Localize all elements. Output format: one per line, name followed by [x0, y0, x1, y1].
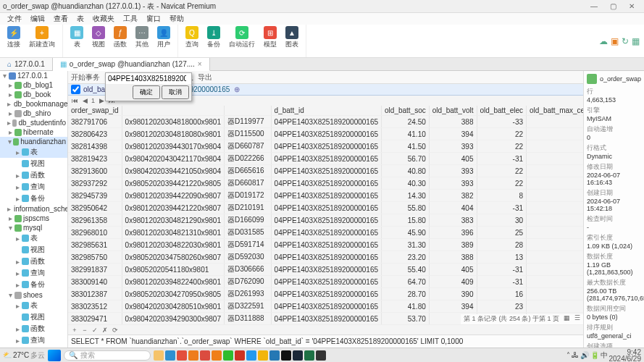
cell[interactable]: 55.40: [382, 264, 430, 276]
cell[interactable]: 器D166099: [224, 214, 271, 227]
table-row[interactable]: 3829680100x98012020304821310x9801器D03158…: [68, 227, 583, 239]
cell[interactable]: 405: [429, 153, 477, 165]
chevron-icon[interactable]: ▸: [7, 128, 13, 136]
app-excel-icon[interactable]: [304, 350, 314, 361]
app-navicat-icon[interactable]: [258, 350, 268, 361]
table-row[interactable]: 3828064230x98012020304818080x9801器D11550…: [68, 128, 583, 140]
tree-item[interactable]: ▸表: [0, 232, 67, 244]
chevron-icon[interactable]: ▸: [7, 119, 11, 127]
cell[interactable]: 04PPE1403X825189200000165: [271, 153, 381, 165]
tree-item[interactable]: ▾shoes: [0, 290, 67, 300]
cell[interactable]: 4: [527, 264, 584, 276]
page-first[interactable]: ⏮: [71, 97, 78, 104]
cell[interactable]: 383009140: [68, 276, 122, 288]
tree-item[interactable]: ▾mysql: [0, 223, 67, 232]
cell[interactable]: 14.30: [382, 190, 430, 202]
cell[interactable]: 55.80: [382, 202, 430, 214]
cell[interactable]: 4: [527, 116, 584, 128]
tab-connection[interactable]: ⌂ 127.0.0.1: [0, 58, 53, 70]
cell[interactable]: 04PPE1403X825189200000165: [271, 177, 381, 190]
cell[interactable]: 382985750: [68, 251, 122, 264]
cell[interactable]: 56.70: [382, 153, 430, 165]
cell[interactable]: 405: [429, 264, 477, 276]
chevron-icon[interactable]: ▸: [7, 81, 13, 89]
chevron-icon[interactable]: ▸: [14, 258, 20, 266]
cell[interactable]: 04PPE1403X825189200000165: [271, 300, 381, 313]
column-header[interactable]: old_batt_soc: [382, 106, 430, 116]
tree-item[interactable]: ▾huandianzhan: [0, 137, 67, 146]
cell[interactable]: 器D311888: [224, 313, 271, 325]
cell[interactable]: 04PPE1403X825189200000165: [271, 116, 381, 128]
tree-item[interactable]: ▸hibernate: [0, 127, 67, 137]
other-button[interactable]: ⋯其他: [131, 26, 153, 49]
cell[interactable]: 22: [477, 165, 527, 177]
column-header[interactable]: order_swap_id: [68, 106, 122, 116]
automation-button[interactable]: ⟳自动运行: [225, 26, 259, 49]
cell[interactable]: 383029471: [68, 313, 122, 325]
popup-cancel-button[interactable]: 取消: [162, 85, 189, 99]
cell[interactable]: 0x98012020394822400x9801: [122, 276, 224, 288]
cell[interactable]: 4: [527, 300, 584, 313]
table-row[interactable]: 3830091400x98012020394822400x9801器D76209…: [68, 276, 583, 288]
tree-item[interactable]: ▾127.0.0.1: [0, 71, 67, 80]
cell[interactable]: 器D022266: [224, 153, 271, 165]
cell[interactable]: 53.70: [382, 313, 430, 325]
cell[interactable]: 04PPE1403X825189200000165: [271, 313, 381, 325]
app-vlc-icon[interactable]: [212, 350, 222, 361]
table-row[interactable]: 3829613580x98012020304821290x9801器D16609…: [68, 214, 583, 227]
cell[interactable]: 器D762090: [224, 276, 271, 288]
cell[interactable]: 22: [477, 177, 527, 190]
tree-item[interactable]: ▸查询: [0, 334, 67, 346]
tray-input-icon[interactable]: 中: [601, 350, 608, 361]
tray-battery-icon[interactable]: 🔋: [590, 351, 599, 359]
tab-close-icon[interactable]: ×: [198, 60, 202, 68]
cell[interactable]: 器D261993: [224, 288, 271, 300]
cell[interactable]: 4: [527, 165, 584, 177]
cell[interactable]: 382814398: [68, 140, 122, 153]
close-button[interactable]: ✕: [622, 2, 641, 10]
cell[interactable]: 393: [429, 165, 477, 177]
taskbar-search[interactable]: 🔍 搜索: [64, 350, 151, 361]
cell[interactable]: 0x98052020541180x9801: [122, 264, 224, 276]
cell[interactable]: 25: [477, 227, 527, 239]
tab-table-qorder[interactable]: ▦ o_order_swap @huandianzhan (127.... ×: [53, 58, 210, 71]
tray-date[interactable]: 2024/6/29: [609, 355, 642, 362]
cell[interactable]: 15.80: [382, 214, 430, 227]
maximize-button[interactable]: ▢: [603, 2, 622, 10]
tree-item[interactable]: ▸表: [0, 300, 67, 311]
menu-tools[interactable]: 工具: [119, 13, 142, 25]
chart-button[interactable]: ▲图表: [281, 26, 303, 49]
menu-help[interactable]: 帮助: [165, 13, 188, 25]
menu-table[interactable]: 表: [72, 13, 88, 25]
cell[interactable]: 409: [429, 276, 477, 288]
cell[interactable]: 04PPE1403X825189200000165: [271, 165, 381, 177]
cell[interactable]: 382913600: [68, 165, 122, 177]
app-steam-icon[interactable]: [293, 350, 303, 361]
menu-edit[interactable]: 编辑: [26, 13, 49, 25]
cell[interactable]: 24.50: [382, 116, 430, 128]
app-edge-icon[interactable]: [165, 350, 175, 361]
add-condition-icon[interactable]: ⊕: [234, 85, 240, 93]
menu-favorites[interactable]: 收藏夹: [88, 13, 119, 25]
sync-icon[interactable]: ↻: [622, 36, 629, 46]
chevron-icon[interactable]: ▸: [14, 148, 20, 156]
tree-item[interactable]: ▸函数: [0, 169, 67, 181]
tree-item[interactable]: ▸db_studentinfo: [0, 118, 67, 127]
cell[interactable]: 04PPE1403X825189200000165: [271, 128, 381, 140]
chevron-icon[interactable]: ▸: [14, 325, 20, 333]
export-button[interactable]: 导出: [198, 72, 212, 83]
view-button[interactable]: ◇视图: [88, 26, 109, 49]
cell[interactable]: 13: [477, 251, 527, 264]
chevron-icon[interactable]: ▸: [14, 281, 20, 289]
cell[interactable]: 4: [527, 128, 584, 140]
page-prev[interactable]: ◀: [81, 97, 88, 104]
cell[interactable]: 04PPE1403X825189200000165: [271, 202, 381, 214]
cell[interactable]: 40.30: [382, 177, 430, 190]
cell[interactable]: 04PPE1403X825189200000165: [271, 288, 381, 300]
cell[interactable]: 0x98012020394430170x9804: [122, 140, 224, 153]
app-idea-icon[interactable]: [281, 350, 291, 361]
cell[interactable]: 0x98012020304821290x9801: [122, 214, 224, 227]
app-vscode-icon[interactable]: [269, 350, 280, 361]
cell[interactable]: 器D592030: [224, 251, 271, 264]
cell[interactable]: 04PPE1403X825189200000165: [271, 264, 381, 276]
